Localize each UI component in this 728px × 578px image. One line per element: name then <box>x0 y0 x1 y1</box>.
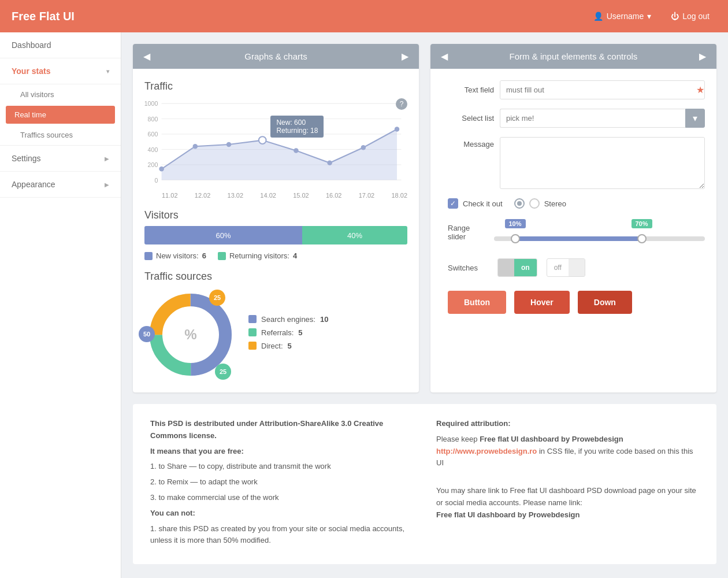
buttons-row: Button Hover Down <box>442 291 705 314</box>
svg-point-20 <box>395 127 399 131</box>
attribution-text1: Please keep Free flat UI dashboard by Pr… <box>436 433 699 469</box>
sidebar-sub-all-visitors[interactable]: All visitors <box>0 84 121 105</box>
slider-area: 10% 70% <box>494 220 705 244</box>
sidebar-sub-traffics-sources[interactable]: Traffics sources <box>0 125 121 145</box>
logout-button[interactable]: ⏻ Log out <box>664 8 716 24</box>
sidebar: Dashboard Your stats ▾ All visitors Real… <box>0 32 121 578</box>
check-it-out-item: Check it out <box>448 198 503 209</box>
svg-text:0: 0 <box>154 177 158 184</box>
graphs-prev-button[interactable]: ◀ <box>140 51 154 62</box>
message-label: Message <box>442 137 494 189</box>
new-visitors-legend: New visitors: 6 <box>144 251 206 260</box>
chevron-down-icon: ▾ <box>647 12 651 21</box>
chart-area: ? 1000 800 600 400 200 0 <box>144 98 407 191</box>
chart-x-labels: 11.02 12.02 13.02 14.02 15.02 16.02 17.0… <box>144 192 407 199</box>
free-item-1: 1. to Share — to copy, distribute and tr… <box>150 461 413 473</box>
check-it-out-checkbox[interactable] <box>448 198 458 209</box>
chevron-icon-settings: ▶ <box>105 155 109 162</box>
slider-fill <box>515 236 642 241</box>
traffic-sources-row: % 25 50 25 <box>144 288 407 381</box>
user-icon: 👤 <box>593 12 603 21</box>
footer-col-left: This PSD is destributed under Attributio… <box>150 418 413 550</box>
chevron-icon-appearance: ▶ <box>105 181 109 188</box>
graphs-panel-header: ◀ Graphs & charts ▶ <box>133 44 419 69</box>
switch-off-label: off <box>547 259 569 276</box>
slider-thumb-left[interactable]: 10% <box>511 234 520 243</box>
chart-help-button[interactable]: ? <box>396 98 407 110</box>
select-list-label: Select list <box>442 114 494 123</box>
user-menu[interactable]: 👤 Username ▾ <box>586 8 659 24</box>
sources-legend: Search engines: 10 Referrals: 5 Direct: <box>248 315 328 355</box>
search-engines-dot <box>248 315 257 323</box>
text-field-row: Text field ★ <box>442 80 705 99</box>
check-it-out-label: Check it out <box>463 199 503 208</box>
cannot-title: You can not: <box>150 507 413 520</box>
logo: Free Flat UI <box>12 10 75 23</box>
sidebar-item-settings[interactable]: Settings ▶ <box>0 146 121 172</box>
visitors-bar: 60% 40% <box>144 226 407 244</box>
stereo-radio-1[interactable] <box>514 198 525 209</box>
sidebar-item-appearance[interactable]: Appearance ▶ <box>0 172 121 198</box>
search-engines-item: Search engines: 10 <box>248 315 328 324</box>
free-title: It means that you are free: <box>150 446 413 458</box>
select-arrow-button[interactable]: ▾ <box>685 109 705 128</box>
form-panel: ◀ Form & input elements & controls ▶ Tex… <box>430 44 716 392</box>
button-hover[interactable]: Hover <box>514 291 570 314</box>
graphs-panel-body: Traffic ? 1000 800 600 400 200 0 <box>133 69 419 392</box>
text-field-input[interactable] <box>500 81 694 99</box>
sidebar-item-dashboard[interactable]: Dashboard <box>0 32 121 58</box>
required-star: ★ <box>696 84 704 95</box>
svg-point-17 <box>294 148 298 153</box>
visitors-title: Visitors <box>144 209 407 221</box>
svg-point-18 <box>327 161 332 165</box>
stereo-radio-2[interactable] <box>529 198 540 209</box>
stereo-item: Stereo <box>514 198 566 209</box>
message-textarea[interactable] <box>500 137 705 189</box>
panels-row: ◀ Graphs & charts ▶ Traffic ? 1000 800 6… <box>133 44 716 392</box>
svg-marker-12 <box>162 129 397 180</box>
content: ◀ Graphs & charts ▶ Traffic ? 1000 800 6… <box>121 32 728 578</box>
button-down[interactable]: Down <box>578 291 632 314</box>
slider-badge-min: 10% <box>504 219 525 228</box>
slider-badge-max: 70% <box>631 219 652 228</box>
button-default[interactable]: Button <box>448 291 506 314</box>
sidebar-sub-real-time[interactable]: Real time <box>6 106 115 124</box>
footer-col-right: Required attribution: Please keep Free f… <box>436 418 699 550</box>
sidebar-item-your-stats[interactable]: Your stats ▾ <box>0 58 121 84</box>
svg-point-14 <box>193 144 198 149</box>
svg-point-19 <box>361 145 366 150</box>
main-layout: Dashboard Your stats ▾ All visitors Real… <box>0 32 728 578</box>
form-panel-body: Text field ★ Select list ▾ <box>430 69 716 325</box>
svg-text:200: 200 <box>148 161 158 168</box>
free-item-2: 2. to Remix — to adapt the work <box>150 476 413 488</box>
visitors-bar-blue: 60% <box>144 226 302 244</box>
returning-visitors-dot <box>218 252 226 260</box>
stereo-label: Stereo <box>544 199 566 208</box>
form-prev-button[interactable]: ◀ <box>437 51 451 62</box>
select-list-row: Select list ▾ <box>442 109 705 128</box>
traffic-chart: 1000 800 600 400 200 0 <box>144 98 407 191</box>
svg-point-15 <box>226 142 231 147</box>
badge-bottom: 25 <box>215 364 231 380</box>
slider-thumb-right[interactable]: 70% <box>637 234 647 243</box>
license-title: This PSD is destributed under Attributio… <box>150 418 413 442</box>
attribution-text2: You may share link to Free flat UI dashb… <box>436 485 699 521</box>
switches-row: Switches on off <box>442 258 705 277</box>
visitors-bar-green: 40% <box>302 226 407 244</box>
badge-top: 25 <box>209 290 225 306</box>
svg-text:800: 800 <box>148 116 158 123</box>
power-icon: ⏻ <box>671 12 679 21</box>
range-slider-row: Range slider 10% 70% <box>442 220 705 244</box>
range-slider-label: Range slider <box>448 224 488 241</box>
graphs-next-button[interactable]: ▶ <box>398 51 412 62</box>
svg-point-13 <box>159 166 164 171</box>
attribution-title: Required attribution: <box>436 418 699 430</box>
select-input[interactable] <box>500 109 685 128</box>
checkbox-row: Check it out Stereo <box>442 198 705 209</box>
free-item-3: 3. to make commercial use of the work <box>150 492 413 504</box>
switch-off[interactable]: off <box>547 258 585 277</box>
returning-visitors-legend: Returning visitors: 4 <box>218 251 297 260</box>
form-next-button[interactable]: ▶ <box>696 51 710 62</box>
select-wrapper: ▾ <box>500 109 705 128</box>
switch-on[interactable]: on <box>497 258 537 277</box>
